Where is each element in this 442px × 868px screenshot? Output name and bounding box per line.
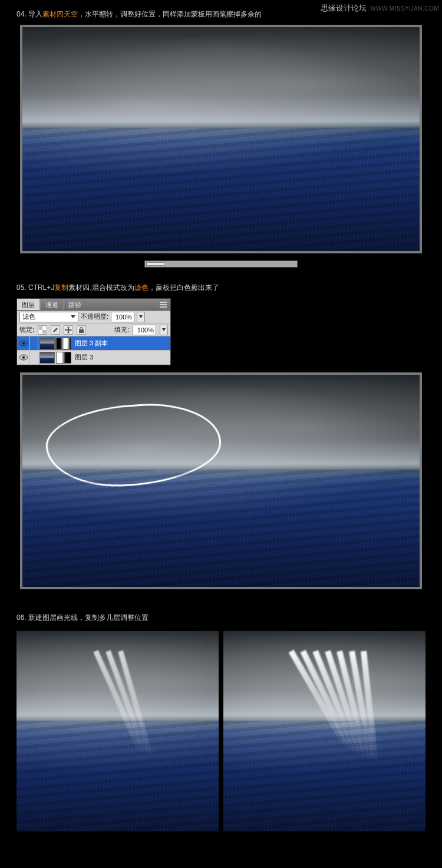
svg-point-7 xyxy=(22,357,25,359)
lock-label: 锁定: xyxy=(19,325,34,334)
layer-name: 图层 3 xyxy=(74,353,170,362)
layer-mask-thumbnail xyxy=(56,352,71,364)
step04-num: 04. xyxy=(17,10,27,18)
svg-rect-1 xyxy=(39,326,42,330)
opacity-input[interactable]: 100% xyxy=(111,312,134,322)
layer-row[interactable]: 图层 3 xyxy=(17,351,170,365)
layer-thumbnail xyxy=(39,352,55,364)
step06-text: 06. 新建图层画光线，复制多几层调整位置 xyxy=(17,612,425,623)
light-rays-strong xyxy=(223,631,425,831)
panel-menu-icon[interactable] xyxy=(156,299,170,310)
lock-all-icon[interactable] xyxy=(77,325,86,335)
layer-lock-slot xyxy=(30,351,38,364)
step05-scene xyxy=(22,375,420,587)
tab-layers[interactable]: 图层 xyxy=(17,299,40,310)
fill-flyout-icon[interactable] xyxy=(160,325,168,335)
layers-panel: 图层 通道 路径 滤色 不透明度: 100% 锁定: xyxy=(17,298,171,365)
visibility-eye-icon[interactable] xyxy=(17,336,30,350)
svg-rect-2 xyxy=(42,330,46,334)
step06-scene-left xyxy=(17,631,219,831)
opacity-label: 不透明度: xyxy=(81,312,108,321)
lock-move-icon[interactable] xyxy=(64,325,73,335)
blend-mode-select[interactable]: 滤色 xyxy=(19,312,78,322)
chevron-down-icon xyxy=(71,315,75,318)
tab-channels[interactable]: 通道 xyxy=(40,299,63,310)
visibility-eye-icon[interactable] xyxy=(17,351,30,364)
horizontal-scrollbar[interactable] xyxy=(144,260,298,268)
lock-transparency-icon[interactable] xyxy=(38,325,47,335)
fill-label: 填充: xyxy=(114,325,129,334)
watermark: 思缘设计论坛 WWW.MISSYUAN.COM xyxy=(321,3,439,14)
step04-canvas-frame xyxy=(20,25,422,253)
watermark-url: WWW.MISSYUAN.COM xyxy=(370,5,439,12)
step04-highlight: 素材四天空 xyxy=(42,10,78,18)
step05-canvas-frame xyxy=(20,372,422,589)
step04-scene xyxy=(22,27,420,251)
step06-num: 06. xyxy=(17,613,27,622)
layer-lock-slot xyxy=(30,336,38,350)
tab-paths[interactable]: 路径 xyxy=(63,299,86,310)
step05-text: 05. CTRL+J复制素材四,混合模式改为滤色，蒙板把白色擦出来了 xyxy=(17,282,425,293)
layer-row-selected[interactable]: 图层 3 副本 xyxy=(17,336,170,351)
lock-brush-icon[interactable] xyxy=(51,325,60,335)
svg-point-5 xyxy=(22,342,25,345)
svg-rect-3 xyxy=(79,329,84,333)
blend-mode-value: 滤色 xyxy=(22,312,35,321)
watermark-brand: 思缘设计论坛 xyxy=(321,3,367,14)
opacity-flyout-icon[interactable] xyxy=(137,312,145,322)
step05-num: 05. xyxy=(17,283,27,292)
light-rays xyxy=(17,631,219,831)
step05-hl1: 复制 xyxy=(54,283,68,292)
step05-hl2: 滤色 xyxy=(134,283,149,292)
layer-mask-thumbnail xyxy=(56,338,71,349)
hand-drawn-circle-annotation xyxy=(44,399,223,491)
layer-name: 图层 3 副本 xyxy=(74,339,170,348)
layer-thumbnail xyxy=(39,338,55,349)
fill-input[interactable]: 100% xyxy=(133,325,156,335)
step06-scene-right xyxy=(223,631,425,831)
